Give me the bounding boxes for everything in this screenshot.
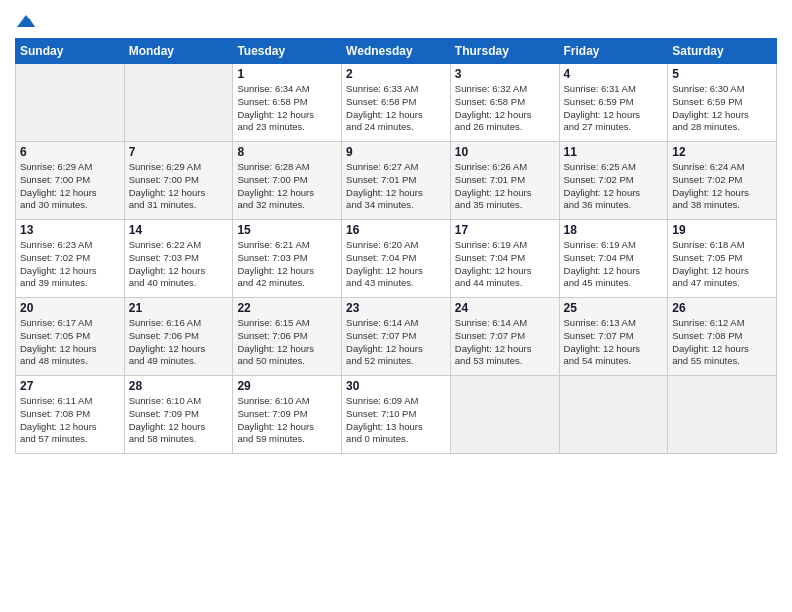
calendar: SundayMondayTuesdayWednesdayThursdayFrid… xyxy=(15,38,777,454)
day-info: Sunrise: 6:17 AM Sunset: 7:05 PM Dayligh… xyxy=(20,317,120,368)
day-number: 6 xyxy=(20,145,120,159)
day-cell: 6Sunrise: 6:29 AM Sunset: 7:00 PM Daylig… xyxy=(16,142,125,220)
day-number: 18 xyxy=(564,223,664,237)
day-cell xyxy=(668,376,777,454)
day-cell: 26Sunrise: 6:12 AM Sunset: 7:08 PM Dayli… xyxy=(668,298,777,376)
page: SundayMondayTuesdayWednesdayThursdayFrid… xyxy=(0,0,792,612)
day-cell: 12Sunrise: 6:24 AM Sunset: 7:02 PM Dayli… xyxy=(668,142,777,220)
day-cell: 2Sunrise: 6:33 AM Sunset: 6:58 PM Daylig… xyxy=(342,64,451,142)
day-number: 25 xyxy=(564,301,664,315)
day-info: Sunrise: 6:29 AM Sunset: 7:00 PM Dayligh… xyxy=(129,161,229,212)
weekday-thursday: Thursday xyxy=(450,39,559,64)
day-cell: 5Sunrise: 6:30 AM Sunset: 6:59 PM Daylig… xyxy=(668,64,777,142)
weekday-tuesday: Tuesday xyxy=(233,39,342,64)
weekday-sunday: Sunday xyxy=(16,39,125,64)
day-cell: 4Sunrise: 6:31 AM Sunset: 6:59 PM Daylig… xyxy=(559,64,668,142)
day-info: Sunrise: 6:19 AM Sunset: 7:04 PM Dayligh… xyxy=(455,239,555,290)
day-number: 26 xyxy=(672,301,772,315)
day-number: 15 xyxy=(237,223,337,237)
day-info: Sunrise: 6:24 AM Sunset: 7:02 PM Dayligh… xyxy=(672,161,772,212)
day-info: Sunrise: 6:25 AM Sunset: 7:02 PM Dayligh… xyxy=(564,161,664,212)
day-number: 11 xyxy=(564,145,664,159)
day-cell xyxy=(124,64,233,142)
day-info: Sunrise: 6:32 AM Sunset: 6:58 PM Dayligh… xyxy=(455,83,555,134)
week-row-5: 27Sunrise: 6:11 AM Sunset: 7:08 PM Dayli… xyxy=(16,376,777,454)
day-cell: 28Sunrise: 6:10 AM Sunset: 7:09 PM Dayli… xyxy=(124,376,233,454)
week-row-1: 1Sunrise: 6:34 AM Sunset: 6:58 PM Daylig… xyxy=(16,64,777,142)
weekday-saturday: Saturday xyxy=(668,39,777,64)
day-info: Sunrise: 6:22 AM Sunset: 7:03 PM Dayligh… xyxy=(129,239,229,290)
day-number: 21 xyxy=(129,301,229,315)
week-row-2: 6Sunrise: 6:29 AM Sunset: 7:00 PM Daylig… xyxy=(16,142,777,220)
day-info: Sunrise: 6:34 AM Sunset: 6:58 PM Dayligh… xyxy=(237,83,337,134)
day-cell: 30Sunrise: 6:09 AM Sunset: 7:10 PM Dayli… xyxy=(342,376,451,454)
day-info: Sunrise: 6:28 AM Sunset: 7:00 PM Dayligh… xyxy=(237,161,337,212)
day-info: Sunrise: 6:16 AM Sunset: 7:06 PM Dayligh… xyxy=(129,317,229,368)
day-cell: 13Sunrise: 6:23 AM Sunset: 7:02 PM Dayli… xyxy=(16,220,125,298)
day-info: Sunrise: 6:19 AM Sunset: 7:04 PM Dayligh… xyxy=(564,239,664,290)
day-info: Sunrise: 6:27 AM Sunset: 7:01 PM Dayligh… xyxy=(346,161,446,212)
day-cell: 1Sunrise: 6:34 AM Sunset: 6:58 PM Daylig… xyxy=(233,64,342,142)
week-row-3: 13Sunrise: 6:23 AM Sunset: 7:02 PM Dayli… xyxy=(16,220,777,298)
day-number: 20 xyxy=(20,301,120,315)
weekday-monday: Monday xyxy=(124,39,233,64)
logo-icon xyxy=(17,12,35,30)
day-number: 9 xyxy=(346,145,446,159)
day-number: 7 xyxy=(129,145,229,159)
day-cell xyxy=(450,376,559,454)
weekday-header-row: SundayMondayTuesdayWednesdayThursdayFrid… xyxy=(16,39,777,64)
day-cell: 18Sunrise: 6:19 AM Sunset: 7:04 PM Dayli… xyxy=(559,220,668,298)
day-info: Sunrise: 6:15 AM Sunset: 7:06 PM Dayligh… xyxy=(237,317,337,368)
day-number: 30 xyxy=(346,379,446,393)
day-cell: 27Sunrise: 6:11 AM Sunset: 7:08 PM Dayli… xyxy=(16,376,125,454)
day-number: 29 xyxy=(237,379,337,393)
day-cell: 10Sunrise: 6:26 AM Sunset: 7:01 PM Dayli… xyxy=(450,142,559,220)
day-info: Sunrise: 6:13 AM Sunset: 7:07 PM Dayligh… xyxy=(564,317,664,368)
day-info: Sunrise: 6:09 AM Sunset: 7:10 PM Dayligh… xyxy=(346,395,446,446)
day-cell: 7Sunrise: 6:29 AM Sunset: 7:00 PM Daylig… xyxy=(124,142,233,220)
day-number: 14 xyxy=(129,223,229,237)
day-info: Sunrise: 6:30 AM Sunset: 6:59 PM Dayligh… xyxy=(672,83,772,134)
day-info: Sunrise: 6:10 AM Sunset: 7:09 PM Dayligh… xyxy=(237,395,337,446)
day-cell: 21Sunrise: 6:16 AM Sunset: 7:06 PM Dayli… xyxy=(124,298,233,376)
day-info: Sunrise: 6:14 AM Sunset: 7:07 PM Dayligh… xyxy=(346,317,446,368)
day-number: 24 xyxy=(455,301,555,315)
day-number: 27 xyxy=(20,379,120,393)
day-cell: 25Sunrise: 6:13 AM Sunset: 7:07 PM Dayli… xyxy=(559,298,668,376)
day-info: Sunrise: 6:21 AM Sunset: 7:03 PM Dayligh… xyxy=(237,239,337,290)
day-number: 16 xyxy=(346,223,446,237)
day-cell: 8Sunrise: 6:28 AM Sunset: 7:00 PM Daylig… xyxy=(233,142,342,220)
day-number: 4 xyxy=(564,67,664,81)
week-row-4: 20Sunrise: 6:17 AM Sunset: 7:05 PM Dayli… xyxy=(16,298,777,376)
day-number: 22 xyxy=(237,301,337,315)
day-number: 8 xyxy=(237,145,337,159)
day-info: Sunrise: 6:10 AM Sunset: 7:09 PM Dayligh… xyxy=(129,395,229,446)
day-number: 2 xyxy=(346,67,446,81)
day-cell: 3Sunrise: 6:32 AM Sunset: 6:58 PM Daylig… xyxy=(450,64,559,142)
day-cell: 15Sunrise: 6:21 AM Sunset: 7:03 PM Dayli… xyxy=(233,220,342,298)
header xyxy=(15,10,777,30)
day-info: Sunrise: 6:18 AM Sunset: 7:05 PM Dayligh… xyxy=(672,239,772,290)
day-info: Sunrise: 6:11 AM Sunset: 7:08 PM Dayligh… xyxy=(20,395,120,446)
day-cell: 24Sunrise: 6:14 AM Sunset: 7:07 PM Dayli… xyxy=(450,298,559,376)
day-info: Sunrise: 6:14 AM Sunset: 7:07 PM Dayligh… xyxy=(455,317,555,368)
day-info: Sunrise: 6:23 AM Sunset: 7:02 PM Dayligh… xyxy=(20,239,120,290)
day-number: 23 xyxy=(346,301,446,315)
day-cell: 23Sunrise: 6:14 AM Sunset: 7:07 PM Dayli… xyxy=(342,298,451,376)
logo xyxy=(15,10,35,30)
day-number: 28 xyxy=(129,379,229,393)
day-info: Sunrise: 6:20 AM Sunset: 7:04 PM Dayligh… xyxy=(346,239,446,290)
day-number: 17 xyxy=(455,223,555,237)
day-cell: 19Sunrise: 6:18 AM Sunset: 7:05 PM Dayli… xyxy=(668,220,777,298)
day-info: Sunrise: 6:29 AM Sunset: 7:00 PM Dayligh… xyxy=(20,161,120,212)
day-cell: 17Sunrise: 6:19 AM Sunset: 7:04 PM Dayli… xyxy=(450,220,559,298)
day-number: 13 xyxy=(20,223,120,237)
day-cell: 20Sunrise: 6:17 AM Sunset: 7:05 PM Dayli… xyxy=(16,298,125,376)
day-number: 1 xyxy=(237,67,337,81)
day-cell: 11Sunrise: 6:25 AM Sunset: 7:02 PM Dayli… xyxy=(559,142,668,220)
day-cell: 16Sunrise: 6:20 AM Sunset: 7:04 PM Dayli… xyxy=(342,220,451,298)
weekday-wednesday: Wednesday xyxy=(342,39,451,64)
day-info: Sunrise: 6:33 AM Sunset: 6:58 PM Dayligh… xyxy=(346,83,446,134)
day-info: Sunrise: 6:26 AM Sunset: 7:01 PM Dayligh… xyxy=(455,161,555,212)
day-number: 10 xyxy=(455,145,555,159)
